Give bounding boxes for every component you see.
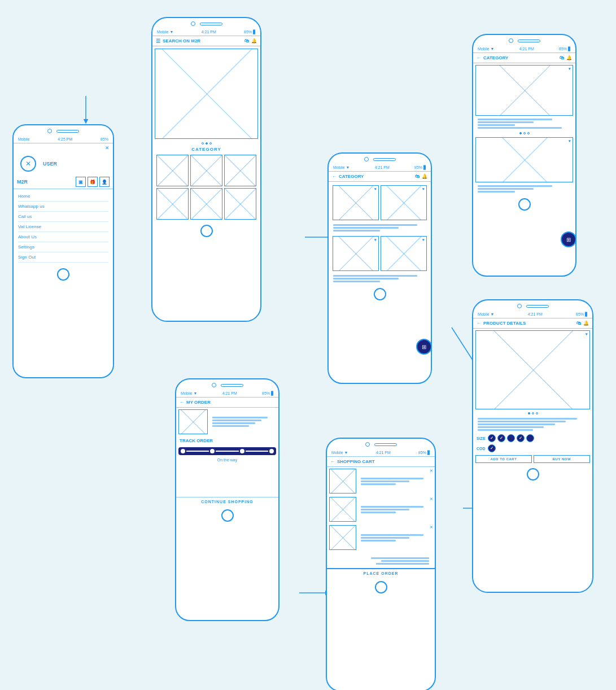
home-btn-sidebar[interactable] — [57, 268, 69, 281]
pd-dot3 — [536, 412, 538, 414]
catr-item2[interactable]: ♥ — [475, 137, 573, 182]
menu-icon[interactable]: ☰ — [156, 38, 160, 44]
fab-catr[interactable]: ⊞ — [561, 232, 575, 247]
cat1-item3[interactable]: ♥ — [333, 236, 379, 271]
phone-top-catr — [473, 35, 575, 45]
home-btn-mo[interactable] — [221, 509, 234, 522]
phone-home-cat1 — [329, 285, 431, 304]
menu-item-home[interactable]: Home — [18, 191, 108, 202]
brand-icon-store[interactable]: ▣ — [76, 177, 86, 187]
phone-home-sc — [327, 578, 435, 597]
cart-img-3 — [329, 525, 356, 550]
bell-icon-pd[interactable]: 🔔 — [583, 321, 589, 326]
size-opt-3[interactable] — [507, 434, 515, 442]
grid-item-5[interactable] — [190, 188, 222, 220]
back-icon-mo[interactable]: ← — [180, 400, 184, 405]
brand-icon-user[interactable]: 👤 — [99, 177, 110, 187]
speaker-mo — [221, 384, 243, 387]
grid-item-4[interactable] — [156, 188, 189, 220]
search-title: SEARCH ON M2R — [163, 38, 200, 43]
track-line-2 — [216, 451, 238, 452]
category-right-inner: Mobile ▼ 4:21 PM 85% ▊ ← CATEGORY 🛍 🔔 ♥ — [473, 35, 575, 276]
grid-item-1[interactable] — [156, 155, 189, 186]
cart-icon-catr[interactable]: 🛍 — [560, 55, 564, 60]
grid-item-3[interactable] — [224, 155, 256, 186]
add-to-cart-btn[interactable]: ADD TO CART — [475, 455, 532, 463]
order-item-text — [210, 416, 276, 428]
phone-home-mo — [176, 506, 278, 525]
close-icon[interactable]: ✕ — [105, 145, 110, 151]
cat1-item4[interactable]: ♥ — [381, 236, 427, 271]
continue-shopping-btn[interactable]: CONTINUE SHOPPING — [176, 497, 278, 506]
time-search: 4:21 PM — [202, 30, 216, 34]
user-label: USER — [43, 161, 57, 167]
menu-item-whatsapp[interactable]: Whatsapp us — [18, 202, 108, 212]
pd-dots — [473, 411, 592, 416]
cart-icon-cat1[interactable]: 🛍 — [415, 174, 420, 179]
menu-item-about[interactable]: About Us — [18, 232, 108, 242]
dot1 — [202, 142, 204, 145]
speaker-cat1 — [373, 158, 396, 161]
heart-catr-2[interactable]: ♥ — [569, 139, 571, 143]
back-icon-sc[interactable]: ← — [330, 459, 335, 464]
menu-item-settings[interactable]: Settings — [18, 242, 108, 252]
fab-cat1[interactable]: ⊞ — [416, 339, 431, 355]
cod-toggle[interactable] — [488, 444, 496, 452]
back-icon-catr[interactable]: ← — [477, 55, 481, 60]
heart-catr-hero[interactable]: ♥ — [569, 67, 571, 71]
cat1-item1[interactable]: ♥ — [333, 185, 379, 220]
mo-header: ← MY ORDER — [176, 398, 278, 408]
place-order-btn[interactable]: PLACE ORDER — [327, 568, 435, 578]
camera-pd — [517, 304, 522, 308]
home-btn-sc[interactable] — [375, 581, 387, 593]
home-btn-catr[interactable] — [518, 198, 531, 211]
cart-icon-search[interactable]: 🛍 — [244, 38, 249, 43]
bell-icon-cat1[interactable]: 🔔 — [422, 174, 427, 179]
size-opt-5[interactable] — [526, 434, 534, 442]
menu-item-call[interactable]: Call us — [18, 212, 108, 222]
shopping-cart-phone: Mobile ▼ 4:21 PM 85% ▊ ← SHOPPING CART ✕ — [326, 438, 436, 690]
heart-icon-4[interactable]: ♥ — [422, 238, 425, 242]
bell-icon-catr[interactable]: 🔔 — [566, 55, 572, 60]
home-btn-pd[interactable] — [527, 468, 539, 481]
order-item-row — [176, 408, 278, 436]
cart-close-2[interactable]: ✕ — [430, 497, 433, 501]
speaker-search — [200, 23, 222, 25]
back-icon-cat1[interactable]: ← — [332, 174, 337, 179]
buy-now-btn[interactable]: BUY NOW — [534, 455, 590, 463]
cart-close-1[interactable]: ✕ — [430, 469, 433, 473]
camera-sc — [365, 442, 370, 447]
cart-summary — [330, 556, 431, 566]
menu-item-vat[interactable]: Vat License — [18, 222, 108, 232]
size-opt-4[interactable] — [517, 434, 525, 442]
grid-item-6[interactable] — [224, 188, 256, 220]
search-phone-inner: Mobile ▼ 4:21 PM 85% ▊ ☰ SEARCH ON M2R 🛍… — [152, 18, 260, 321]
cart-close-3[interactable]: ✕ — [430, 525, 433, 530]
back-icon-pd[interactable]: ← — [477, 321, 481, 326]
cat1-grid-bottom: ♥ ♥ — [331, 234, 429, 273]
phone-top-search — [152, 18, 260, 28]
battery-search: 85% ▊ — [244, 30, 256, 34]
catr-hero: ♥ — [475, 65, 573, 116]
time-sidebar: 4:25 PM — [58, 137, 72, 141]
heart-icon-3[interactable]: ♥ — [374, 238, 377, 242]
search-category-label: CATEGORY — [152, 146, 260, 153]
grid-item-2[interactable] — [190, 155, 222, 186]
carrier-search: Mobile ▼ — [157, 30, 174, 34]
cat1-item2[interactable]: ♥ — [381, 185, 427, 220]
size-opt-2[interactable] — [497, 434, 505, 442]
heart-pd[interactable]: ♥ — [586, 332, 588, 336]
heart-icon-1[interactable]: ♥ — [374, 187, 377, 191]
heart-icon-2[interactable]: ♥ — [422, 187, 425, 191]
carrier-sidebar: Mobile — [18, 137, 30, 141]
home-btn-cat1[interactable] — [374, 288, 386, 300]
catr-dot2 — [523, 132, 526, 134]
bell-icon-search[interactable]: 🔔 — [251, 38, 257, 43]
home-btn-search[interactable] — [200, 225, 213, 237]
cart-icon-pd[interactable]: 🛍 — [576, 321, 581, 326]
menu-item-signout[interactable]: Sign Out — [18, 252, 108, 263]
carrier-cat1: Mobile ▼ — [333, 165, 350, 169]
brand-icon-gift[interactable]: 🎁 — [88, 177, 98, 187]
sidebar-menu: Home Whatsapp us Call us Vat License Abo… — [14, 189, 113, 265]
size-opt-1[interactable] — [488, 434, 496, 442]
